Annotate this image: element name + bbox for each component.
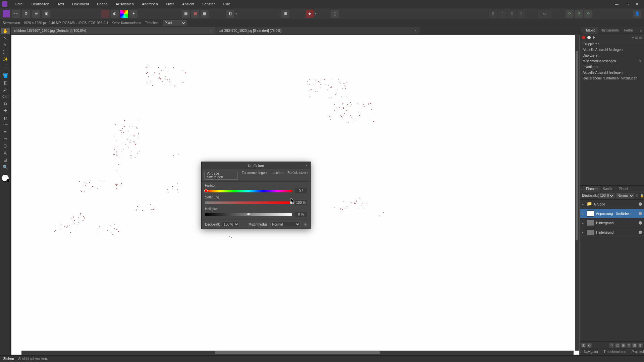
saturation-slider[interactable] xyxy=(205,201,292,204)
macro-item[interactable]: Aktuelle Auswahl festlegen xyxy=(580,47,644,53)
align-top-icon[interactable]: ▯ xyxy=(517,10,525,18)
merge-button[interactable]: Zusammenlegen xyxy=(242,171,267,180)
hue-slider[interactable] xyxy=(205,190,292,192)
sync3-icon[interactable]: ⟳ xyxy=(584,10,592,18)
move-tool-icon[interactable]: ↖ xyxy=(1,35,10,41)
node-tool-icon[interactable]: ⬡ xyxy=(1,143,10,149)
macro-item[interactable]: Invertieren xyxy=(580,64,644,70)
hue-value[interactable]: 0 ° xyxy=(295,188,307,193)
shape-tool-icon[interactable]: ▱ xyxy=(1,136,10,142)
tab-transformieren[interactable]: Transformieren xyxy=(601,349,629,355)
wand-tool-icon[interactable]: ✨ xyxy=(1,56,10,62)
panel-menu-icon[interactable]: ≡ xyxy=(638,28,644,33)
menu-filter[interactable]: Filter xyxy=(162,0,178,8)
add-layer-icon[interactable]: ▦ xyxy=(632,343,637,348)
tab-pinsel[interactable]: Pinsel xyxy=(616,186,631,192)
scrollbar-horizontal[interactable] xyxy=(21,351,574,355)
layer-opacity-input[interactable]: 100 % xyxy=(598,193,614,198)
menu-bearbeiten[interactable]: Bearbeiten xyxy=(28,0,53,8)
reset-button[interactable]: Zurücksetzen xyxy=(287,171,308,180)
delete-button[interactable]: Löschen xyxy=(271,171,283,180)
color-picker-tool-icon[interactable]: ✎ xyxy=(1,42,10,48)
macro-item[interactable]: Rasterebene "Umfärben" hinzufügen xyxy=(580,75,644,81)
macro-item[interactable]: Duplizieren xyxy=(580,53,644,58)
scrollbar-thumb[interactable] xyxy=(576,51,578,240)
brush-tool-icon[interactable]: 🖌 xyxy=(1,86,10,93)
text-tool-icon[interactable]: A xyxy=(1,150,10,156)
close-icon[interactable]: × xyxy=(414,28,418,33)
color-wheel-icon[interactable] xyxy=(120,10,128,18)
tab-histogramm[interactable]: Histogramm xyxy=(598,27,622,34)
assistant-icon[interactable]: ◆ xyxy=(306,10,314,18)
pen-tool-icon[interactable]: ✒ xyxy=(1,129,10,135)
account-icon[interactable]: 👤 xyxy=(633,10,641,18)
clone-tool-icon[interactable]: ⧉ xyxy=(1,101,10,107)
delete-layer-icon[interactable]: 🗑 xyxy=(638,343,643,348)
layer-row[interactable]: ▸Anpassung - Umfärben xyxy=(580,209,644,219)
scrollbar-thumb[interactable] xyxy=(215,351,380,354)
lock-icon[interactable]: 🔒 xyxy=(640,194,644,197)
expand-icon[interactable]: ▸ xyxy=(582,231,585,234)
menu-auswaehlen[interactable]: Auswählen xyxy=(112,0,138,8)
menu-dokument[interactable]: Dokument xyxy=(68,0,93,8)
selection-new-icon[interactable]: ▦ xyxy=(182,10,190,18)
snapping-icon[interactable]: ⌸ xyxy=(331,10,339,18)
stop-icon[interactable] xyxy=(587,36,591,39)
close-icon[interactable]: × xyxy=(209,28,213,33)
close-button[interactable]: ✕ xyxy=(632,1,642,7)
sync2-icon[interactable]: ⟳ xyxy=(575,10,583,18)
align-left-icon[interactable]: ▯ xyxy=(489,10,497,18)
align-right-icon[interactable]: ▯ xyxy=(508,10,516,18)
smudge-tool-icon[interactable]: 〰 xyxy=(1,122,10,128)
document-tab[interactable]: children-1879907_1920.jpg [Geändert] (10… xyxy=(11,27,215,34)
layer-row[interactable]: ▸Hintergrund xyxy=(580,219,644,228)
link-icon[interactable]: ⊘ xyxy=(627,343,631,348)
selection-subtract-icon[interactable]: ▦ xyxy=(191,10,199,18)
lightness-slider[interactable] xyxy=(205,213,292,216)
menu-text[interactable]: Text xyxy=(53,0,68,8)
menu-hilfe[interactable]: Hilfe xyxy=(219,0,234,8)
macro-item[interactable]: Mischmodus festlegen⚙ xyxy=(580,58,644,64)
marquee-tool-icon[interactable]: ▭ xyxy=(1,63,10,69)
persona-tone-icon[interactable]: ≋ xyxy=(32,10,40,18)
menu-anordnen[interactable]: Anordnen xyxy=(138,0,162,8)
add-preset-button[interactable]: Vorgabe hinzufügen xyxy=(204,171,238,180)
panel-collapse-icon[interactable]: ‹ xyxy=(580,28,583,33)
saturation-value[interactable]: 100 % xyxy=(295,200,307,205)
layer-row[interactable]: ▸Hintergrund xyxy=(580,228,644,237)
play-icon[interactable] xyxy=(593,36,595,39)
recolor-dialog[interactable]: Umfärben × Vorgabe hinzufügen Zusammenle… xyxy=(201,162,311,229)
units-select[interactable]: Pixel xyxy=(163,20,186,26)
dropdown-icon[interactable]: ▾ xyxy=(235,12,237,15)
maximize-button[interactable]: ▭ xyxy=(622,1,632,7)
sync-icon[interactable]: ⟳ xyxy=(566,10,574,18)
gradient-tool-icon[interactable]: ◧ xyxy=(1,79,10,86)
tab-navigator[interactable]: Navigator xyxy=(581,349,601,355)
visibility-toggle[interactable] xyxy=(639,212,642,215)
align-center-icon[interactable]: ▯ xyxy=(498,10,506,18)
persona-liquify-icon[interactable]: 〰 xyxy=(12,10,20,18)
tab-kanaele[interactable]: Kanäle xyxy=(600,186,616,192)
slider-thumb[interactable] xyxy=(289,201,293,204)
tab-ebenen[interactable]: Ebenen xyxy=(583,186,600,192)
crop-tool-icon[interactable]: ⛶ xyxy=(1,49,10,55)
flood-tool-icon[interactable]: 🪣 xyxy=(1,72,10,79)
layer-blend-select[interactable]: Normal xyxy=(616,193,634,198)
menu-datei[interactable]: Datei xyxy=(11,0,28,8)
visibility-toggle[interactable] xyxy=(639,202,642,206)
gear-icon[interactable]: ⚙ xyxy=(304,223,307,226)
dialog-blend-select[interactable]: Normal xyxy=(270,222,301,227)
macro-item[interactable]: Gruppieren xyxy=(580,41,644,47)
tab-farbe[interactable]: Farbe xyxy=(622,27,636,34)
slider-thumb[interactable] xyxy=(204,189,208,192)
tab-makro[interactable]: Makro xyxy=(583,27,598,34)
spray-icon[interactable]: ✦ xyxy=(129,10,138,18)
group-icon[interactable]: ▣ xyxy=(621,343,626,348)
expand-icon[interactable]: ▸ xyxy=(582,202,585,206)
gear-icon[interactable]: ⚙ xyxy=(638,59,641,63)
menu-ebene[interactable]: Ebene xyxy=(93,0,112,8)
close-icon[interactable]: × xyxy=(304,163,309,168)
swatch-fill-icon[interactable] xyxy=(101,10,109,18)
mesh-tool-icon[interactable]: ⊞ xyxy=(1,157,10,163)
layer-adj-icon[interactable]: ◐ xyxy=(587,343,592,348)
